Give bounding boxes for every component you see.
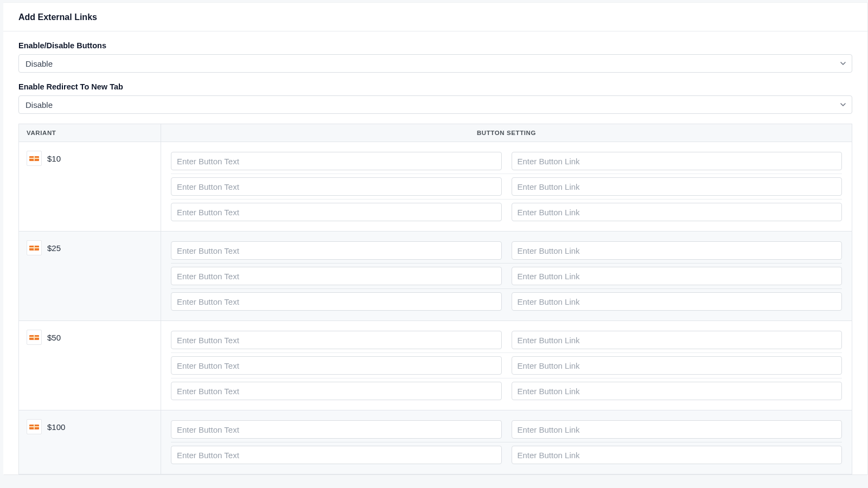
button-setting-cell	[161, 232, 852, 321]
variant-cell: $50	[19, 321, 161, 410]
enable-buttons-value: Disable	[25, 59, 53, 68]
button-setting-row	[171, 328, 842, 352]
th-variant: Variant	[19, 124, 161, 142]
button-text-input[interactable]	[171, 267, 502, 285]
button-setting-cell	[161, 321, 852, 410]
card-header: Add External Links	[3, 3, 867, 31]
button-setting-cell	[161, 410, 852, 474]
button-link-input[interactable]	[512, 382, 843, 400]
variants-table: Variant Button Setting $10$25$50$100	[18, 124, 852, 474]
button-link-input[interactable]	[512, 292, 843, 311]
redirect-select[interactable]: Disable	[18, 95, 852, 114]
button-setting-row	[171, 352, 842, 378]
button-setting-cell	[161, 142, 852, 232]
variant-name: $100	[47, 422, 65, 432]
giftcard-icon	[27, 151, 42, 166]
add-external-links-card: Add External Links Enable/Disable Button…	[3, 2, 868, 475]
card-body: Enable/Disable Buttons Disable Enable Re…	[3, 31, 867, 474]
button-link-input[interactable]	[512, 446, 843, 464]
button-link-input[interactable]	[512, 331, 843, 349]
variant-name: $10	[47, 154, 61, 163]
enable-buttons-label: Enable/Disable Buttons	[18, 41, 852, 50]
table-row: $10	[19, 142, 852, 232]
button-setting-row	[171, 263, 842, 288]
button-text-input[interactable]	[171, 292, 502, 311]
button-setting-row	[171, 442, 842, 467]
button-text-input[interactable]	[171, 331, 502, 349]
button-text-input[interactable]	[171, 446, 502, 464]
button-text-input[interactable]	[171, 241, 502, 260]
table-row: $25	[19, 232, 852, 321]
variant-cell: $100	[19, 410, 161, 474]
button-text-input[interactable]	[171, 177, 502, 196]
button-text-input[interactable]	[171, 152, 502, 170]
variant-cell: $10	[19, 142, 161, 232]
giftcard-icon	[27, 419, 42, 434]
button-link-input[interactable]	[512, 420, 843, 439]
redirect-label: Enable Redirect To New Tab	[18, 82, 852, 91]
enable-buttons-group: Enable/Disable Buttons Disable	[18, 41, 852, 73]
th-button-setting: Button Setting	[161, 124, 852, 142]
button-setting-row	[171, 174, 842, 199]
table-row: $100	[19, 410, 852, 474]
button-link-input[interactable]	[512, 203, 843, 221]
chevron-down-icon	[840, 101, 846, 108]
button-text-input[interactable]	[171, 382, 502, 400]
button-text-input[interactable]	[171, 203, 502, 221]
redirect-value: Disable	[25, 100, 53, 110]
button-link-input[interactable]	[512, 241, 843, 260]
button-setting-row	[171, 288, 842, 314]
chevron-down-icon	[840, 60, 846, 67]
button-setting-row	[171, 378, 842, 403]
variant-name: $25	[47, 243, 61, 253]
enable-buttons-select[interactable]: Disable	[18, 54, 852, 73]
button-text-input[interactable]	[171, 356, 502, 375]
button-setting-row	[171, 417, 842, 442]
card-title: Add External Links	[18, 12, 852, 22]
button-setting-row	[171, 199, 842, 224]
giftcard-icon	[27, 240, 42, 255]
button-link-input[interactable]	[512, 267, 843, 285]
giftcard-icon	[27, 330, 42, 345]
button-setting-row	[171, 238, 842, 263]
variant-cell: $25	[19, 232, 161, 321]
button-setting-row	[171, 149, 842, 174]
variant-name: $50	[47, 333, 61, 342]
table-row: $50	[19, 321, 852, 410]
redirect-group: Enable Redirect To New Tab Disable	[18, 82, 852, 114]
button-text-input[interactable]	[171, 420, 502, 439]
button-link-input[interactable]	[512, 356, 843, 375]
button-link-input[interactable]	[512, 152, 843, 170]
button-link-input[interactable]	[512, 177, 843, 196]
